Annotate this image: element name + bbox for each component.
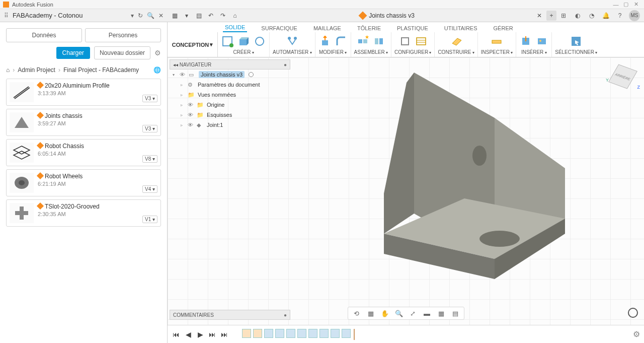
browser-item-params[interactable]: ▹ ⚙ Paramètres du document xyxy=(170,80,290,90)
tab-mesh[interactable]: MAILLAGE xyxy=(311,24,343,32)
pushpull-icon[interactable] xyxy=(318,35,332,48)
orbit-icon[interactable]: ⟲ xyxy=(352,309,361,318)
display-icon[interactable]: ▬ xyxy=(423,309,432,318)
select-icon[interactable] xyxy=(570,35,583,48)
refresh-icon[interactable]: ↻ xyxy=(138,12,143,19)
tab-people[interactable]: Personnes xyxy=(85,28,161,42)
sketch-icon[interactable] xyxy=(221,35,234,48)
group-label[interactable]: INSPECTER xyxy=(481,49,513,56)
tab-surface[interactable]: SURFACIQUE xyxy=(259,24,299,32)
fillet-icon[interactable] xyxy=(335,35,348,48)
asbuilt-icon[interactable] xyxy=(372,35,385,48)
visibility-icon[interactable]: 👁 xyxy=(188,122,195,128)
version-badge[interactable]: V8 ▾ xyxy=(142,155,157,163)
joint-icon[interactable]: ★ xyxy=(356,35,369,48)
timeline-feature-sketch[interactable] xyxy=(253,329,262,338)
window-maximize-button[interactable]: ▢ xyxy=(621,1,631,8)
visibility-icon[interactable]: 👁 xyxy=(188,112,195,118)
browser-item-origin[interactable]: ▹ 👁 📁 Origine xyxy=(170,100,290,110)
job-status-icon[interactable]: ◐ xyxy=(573,11,583,21)
document-tab[interactable]: Joints chassis v3 xyxy=(355,12,420,19)
window-minimize-button[interactable]: — xyxy=(611,2,621,8)
file-card[interactable]: Joints chassis 3:59:27 AM V3 ▾ xyxy=(6,109,161,136)
file-card[interactable]: TSlot-2020-Grooved 2:30:35 AM V1 ▾ xyxy=(6,199,161,227)
timeline-feature[interactable] xyxy=(275,329,284,338)
expand-icon[interactable]: ▹ xyxy=(181,113,186,117)
zoom-icon[interactable]: 🔍 xyxy=(394,309,404,318)
team-icon[interactable]: ⠿ xyxy=(4,12,9,19)
timeline-feature-sketch[interactable] xyxy=(242,329,251,338)
box-icon[interactable] xyxy=(237,35,250,48)
panel-settings-icon[interactable]: ⚙ xyxy=(154,49,161,57)
version-badge[interactable]: V4 ▾ xyxy=(142,185,157,193)
browser-options-icon[interactable]: ● xyxy=(284,62,287,67)
qat-home-icon[interactable]: ⌂ xyxy=(230,11,240,21)
qat-save-icon[interactable]: ▤ xyxy=(194,11,204,21)
group-label[interactable]: CRÉER xyxy=(221,49,266,56)
group-label[interactable]: SÉLECTIONNER xyxy=(555,49,597,56)
image-icon[interactable] xyxy=(535,35,548,48)
file-card[interactable]: Robot Wheels 6:21:19 AM V4 ▾ xyxy=(6,169,161,196)
help-icon[interactable]: ? xyxy=(615,11,625,21)
automate-icon[interactable] xyxy=(286,35,299,48)
plane-icon[interactable] xyxy=(450,35,463,48)
workspace-switcher[interactable]: CONCEPTION▾ xyxy=(168,32,218,57)
user-avatar[interactable]: MS xyxy=(629,10,640,21)
tab-data[interactable]: Données xyxy=(6,28,82,42)
expand-icon[interactable]: ▹ xyxy=(181,93,186,97)
group-label[interactable]: CONSTRUIRE xyxy=(438,49,474,56)
insert-icon[interactable] xyxy=(519,35,532,48)
browser-header[interactable]: ◂◂ NAVIGATEUR ● xyxy=(170,59,290,70)
visibility-icon[interactable]: 👁 xyxy=(180,72,187,78)
extensions-icon[interactable]: ⊞ xyxy=(558,11,569,21)
look-icon[interactable]: ▦ xyxy=(366,309,375,318)
tab-utilities[interactable]: UTILITAIRES xyxy=(442,24,479,32)
comments-options-icon[interactable]: ● xyxy=(284,312,287,318)
tab-close-icon[interactable]: ✕ xyxy=(534,11,544,21)
qat-file-icon[interactable]: ▾ xyxy=(182,11,192,21)
browser-root[interactable]: ▾ 👁 ▭ Joints chassis v3 xyxy=(170,70,290,80)
search-icon[interactable]: 🔍 xyxy=(147,12,154,19)
breadcrumb-level2[interactable]: Final Project - FABAcademy xyxy=(63,66,139,74)
expand-icon[interactable]: ▹ xyxy=(181,83,186,87)
viewcube[interactable]: ARRIÈRE Y Z xyxy=(608,63,638,94)
measure-icon[interactable] xyxy=(490,35,503,48)
close-panel-icon[interactable]: ✕ xyxy=(158,12,164,19)
configure-icon[interactable] xyxy=(398,35,412,48)
activate-radio[interactable] xyxy=(249,72,254,77)
browser-item-body[interactable]: ▹ 👁 ◆ Joint:1 xyxy=(170,120,290,130)
collapse-icon[interactable]: ◂◂ xyxy=(173,62,178,67)
grid-icon[interactable]: ▦ xyxy=(437,309,446,318)
revolve-icon[interactable] xyxy=(253,35,266,48)
breadcrumb-home-icon[interactable]: ⌂ xyxy=(6,66,10,74)
group-label[interactable]: AUTOMATISER xyxy=(273,49,312,56)
upload-button[interactable]: Charger xyxy=(56,47,90,59)
tab-plastic[interactable]: PLASTIQUE xyxy=(395,24,430,32)
qat-redo-icon[interactable]: ↷ xyxy=(218,11,228,21)
timeline-prev-button[interactable]: ◀ xyxy=(184,330,193,338)
group-label[interactable]: ASSEMBLER xyxy=(354,49,388,56)
timeline-feature[interactable] xyxy=(331,329,340,338)
file-card[interactable]: Robot Chassis 6:05:14 AM V8 ▾ xyxy=(6,139,161,166)
timeline-feature[interactable] xyxy=(342,329,351,338)
timeline-last-button[interactable]: ⏭ xyxy=(220,330,229,338)
timeline-first-button[interactable]: ⏮ xyxy=(172,330,181,338)
project-name[interactable]: FABAcademy - Cotonou xyxy=(13,12,127,19)
breadcrumb-level1[interactable]: Admin Project xyxy=(18,66,55,74)
notifications-icon[interactable]: 🔔 xyxy=(601,11,611,21)
pan-icon[interactable]: ✋ xyxy=(380,309,389,318)
version-badge[interactable]: V1 ▾ xyxy=(142,216,157,223)
clock-icon[interactable]: ◔ xyxy=(587,11,597,21)
globe-icon[interactable] xyxy=(628,308,638,318)
tab-solid[interactable]: SOLIDE xyxy=(223,23,247,32)
viewports-icon[interactable]: ▤ xyxy=(451,309,460,318)
visibility-icon[interactable]: 👁 xyxy=(188,102,195,108)
timeline-feature[interactable] xyxy=(264,329,273,338)
group-label[interactable]: INSÉRER xyxy=(519,49,548,56)
group-label[interactable]: CONFIGURER xyxy=(394,49,431,56)
canvas[interactable]: ◂◂ NAVIGATEUR ● ▾ 👁 ▭ Joints chassis v3 … xyxy=(168,57,644,343)
file-card[interactable]: 20x20 Aluminium Profile 3:13:39 AM V3 ▾ xyxy=(6,79,161,106)
timeline-marker[interactable] xyxy=(354,329,355,340)
browser-item-views[interactable]: ▹ 📁 Vues nommées xyxy=(170,90,290,100)
expand-icon[interactable]: ▾ xyxy=(173,73,178,77)
